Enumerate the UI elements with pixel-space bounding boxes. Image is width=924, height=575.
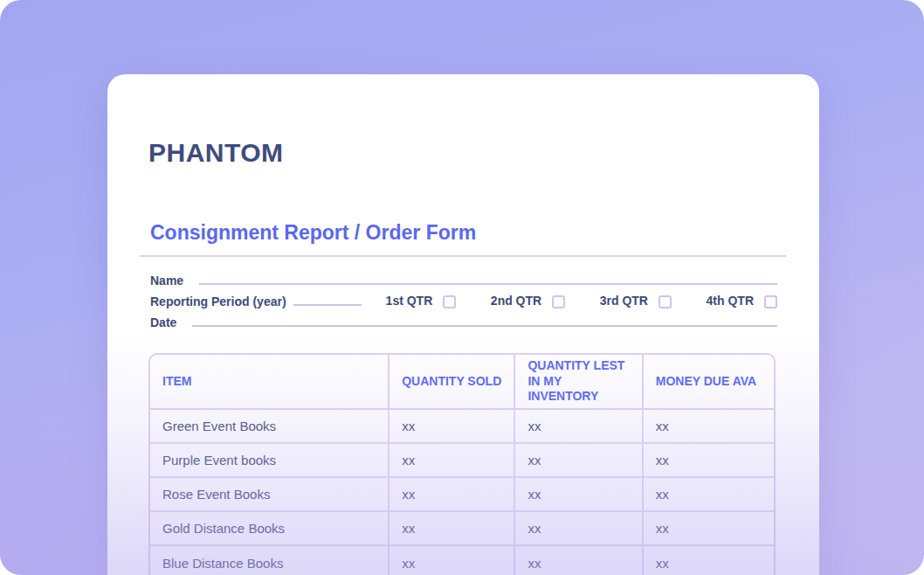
table-row: Purple Event books xx xx xx [150, 444, 774, 478]
money-due-cell: xx [644, 410, 774, 444]
column-header-money-due: MONEY DUE AVA [644, 355, 774, 410]
money-due-cell: xx [644, 546, 774, 575]
date-input-line[interactable] [192, 325, 777, 327]
quantity-sold-cell: xx [390, 512, 515, 546]
qtr-2-label: 2nd QTR [491, 294, 541, 309]
name-field-row: Name [150, 268, 777, 289]
quantity-sold-cell: xx [390, 444, 515, 478]
quantity-sold-cell: xx [390, 478, 515, 512]
item-cell: Green Event Books [150, 410, 390, 444]
consignment-table: ITEM QUANTITY SOLD QUANTITY LEST IN MY I… [148, 353, 776, 575]
quantity-left-cell: xx [515, 444, 643, 478]
money-due-cell: xx [644, 444, 774, 478]
table-row: Gold Distance Books xx xx xx [150, 512, 774, 546]
qtr-2-checkbox[interactable] [552, 295, 565, 308]
column-header-item: ITEM [150, 355, 390, 410]
quantity-left-cell: xx [515, 410, 643, 444]
reporting-period-input-line[interactable] [293, 304, 362, 306]
title-divider [140, 255, 786, 257]
quarter-options: 1st QTR 2nd QTR 3rd QTR 4th QTR [386, 294, 777, 310]
money-due-cell: xx [644, 478, 774, 512]
quarter-option-4: 4th QTR [707, 294, 777, 309]
qtr-3-label: 3rd QTR [600, 294, 648, 309]
table-row: Rose Event Books xx xx xx [150, 478, 774, 512]
brand-logo: PHANTOM [148, 138, 284, 168]
quarter-option-1: 1st QTR [386, 294, 457, 309]
item-cell: Blue Distance Books [150, 546, 390, 575]
date-field-row: Date [150, 310, 777, 331]
table-row: Blue Distance Books xx xx xx [150, 546, 774, 575]
name-label: Name [150, 274, 183, 289]
item-cell: Purple Event books [150, 444, 390, 478]
qtr-4-label: 4th QTR [707, 294, 754, 309]
column-header-quantity-left: QUANTITY LEST IN MY INVENTORY [515, 355, 643, 410]
table-row: Green Event Books xx xx xx [150, 410, 774, 444]
qtr-4-checkbox[interactable] [764, 295, 777, 308]
item-cell: Rose Event Books [150, 478, 390, 512]
quantity-sold-cell: xx [390, 546, 515, 575]
quantity-left-cell: xx [515, 478, 643, 512]
table-header-row: ITEM QUANTITY SOLD QUANTITY LEST IN MY I… [150, 355, 774, 410]
quantity-left-cell: xx [515, 512, 643, 546]
item-cell: Gold Distance Books [150, 512, 390, 546]
screen-background: PHANTOM Consignment Report / Order Form … [0, 0, 924, 575]
qtr-1-checkbox[interactable] [443, 295, 456, 308]
reporting-period-row: Reporting Period (year) 1st QTR 2nd QTR … [150, 289, 777, 310]
quantity-left-cell: xx [515, 546, 643, 575]
date-label: Date [150, 315, 176, 331]
qtr-1-label: 1st QTR [386, 294, 433, 309]
quarter-option-2: 2nd QTR [491, 294, 565, 309]
form-card: PHANTOM Consignment Report / Order Form … [107, 74, 819, 575]
reporting-period-label: Reporting Period (year) [150, 294, 286, 310]
name-input-line[interactable] [199, 283, 777, 285]
form-fields: Name Reporting Period (year) 1st QTR 2nd… [150, 268, 777, 331]
qtr-3-checkbox[interactable] [659, 295, 672, 308]
quantity-sold-cell: xx [390, 410, 515, 444]
column-header-quantity-sold: QUANTITY SOLD [390, 355, 515, 410]
form-title: Consignment Report / Order Form [150, 221, 476, 245]
money-due-cell: xx [644, 512, 774, 546]
quarter-option-3: 3rd QTR [600, 294, 672, 309]
